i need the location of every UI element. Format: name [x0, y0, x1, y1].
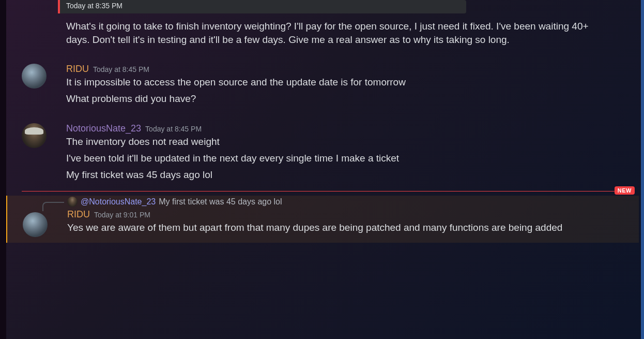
message-item[interactable]: What's it going to take to finish invent… [6, 20, 639, 51]
message-header: RIDU Today at 8:45 PM [66, 64, 600, 75]
timestamp: Today at 8:45 PM [145, 125, 202, 133]
message-text: Yes we are aware of them but apart from … [67, 221, 600, 234]
message-text: The inventory does not read weight [66, 135, 600, 149]
reply-preview-text: My first ticket was 45 days ago lol [159, 197, 282, 207]
new-messages-badge: NEW [615, 186, 635, 195]
reply-reference[interactable]: @NotoriousNate_23 My first ticket was 45… [67, 197, 631, 207]
username[interactable]: RIDU [66, 64, 89, 75]
message-text: I've been told it'll be updated in the n… [66, 152, 600, 165]
message-text: My first ticket was 45 days ago lol [66, 168, 600, 182]
message-text: What problems did you have? [66, 92, 600, 106]
reply-avatar[interactable] [67, 197, 78, 207]
message-text: It is impossible to access the open sour… [66, 76, 600, 89]
message-header: NotoriousNate_23 Today at 8:45 PM [66, 123, 600, 134]
timestamp: Today at 9:01 PM [94, 211, 150, 219]
avatar[interactable] [22, 123, 47, 148]
message-text: What's it going to take to finish invent… [66, 20, 600, 47]
avatar[interactable] [23, 212, 48, 237]
timestamp: Today at 8:45 PM [93, 65, 149, 73]
new-messages-divider: NEW [22, 191, 631, 191]
message-item[interactable]: NotoriousNate_23 Today at 8:45 PM The in… [6, 119, 639, 186]
message-header: RIDU Today at 9:01 PM [67, 209, 600, 220]
username[interactable]: NotoriousNate_23 [66, 123, 141, 134]
left-gutter [0, 0, 6, 339]
scrollbar-track[interactable] [641, 0, 644, 339]
username[interactable]: RIDU [67, 209, 90, 220]
reply-spine-icon [42, 202, 64, 211]
messages-list: Today at 8:35 PM What's it going to take… [0, 0, 644, 339]
message-item-mentioned[interactable]: @NotoriousNate_23 My first ticket was 45… [6, 196, 639, 243]
embed-card[interactable]: Today at 8:35 PM [58, 0, 466, 13]
avatar[interactable] [22, 64, 47, 89]
message-item[interactable]: RIDU Today at 8:45 PM It is impossible t… [6, 60, 639, 110]
embed-timestamp: Today at 8:35 PM [66, 2, 122, 10]
reply-author-mention[interactable]: @NotoriousNate_23 [81, 197, 156, 207]
